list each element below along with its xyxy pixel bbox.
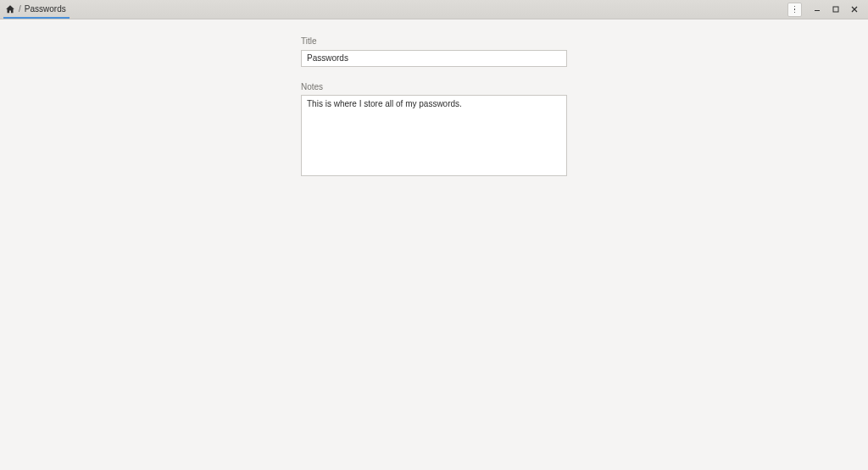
close-button[interactable] — [846, 3, 863, 17]
title-field-group: Title — [301, 36, 567, 67]
notes-textarea[interactable] — [301, 95, 567, 176]
notes-label: Notes — [301, 82, 567, 91]
window-controls — [787, 3, 865, 17]
minimize-button[interactable] — [809, 3, 826, 17]
form: Title Notes — [301, 36, 567, 195]
kebab-dot — [794, 6, 796, 8]
content-area: Title Notes — [0, 19, 868, 470]
title-label: Title — [301, 36, 567, 46]
home-icon[interactable] — [5, 4, 15, 14]
titlebar: / Passwords — [0, 0, 868, 19]
breadcrumb-title[interactable]: Passwords — [25, 4, 66, 14]
maximize-button[interactable] — [827, 3, 844, 17]
title-input[interactable] — [301, 50, 567, 67]
kebab-dot — [794, 8, 796, 10]
svg-rect-1 — [833, 7, 838, 12]
menu-button[interactable] — [787, 3, 802, 17]
svg-rect-0 — [815, 10, 820, 11]
notes-field-group: Notes — [301, 82, 567, 180]
breadcrumb[interactable]: / Passwords — [3, 1, 70, 19]
breadcrumb-separator: / — [19, 4, 21, 14]
kebab-dot — [794, 12, 796, 14]
